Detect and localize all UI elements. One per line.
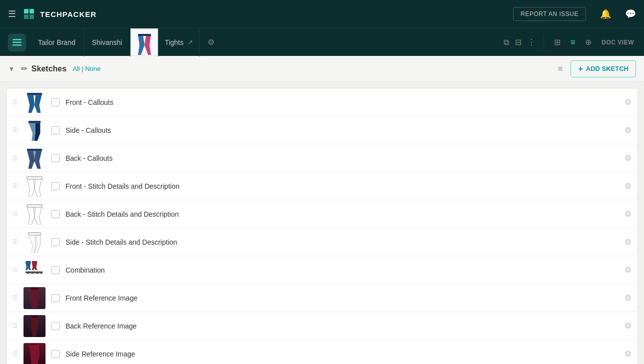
add-sketch-button[interactable]: + ADD SKETCH xyxy=(570,60,636,77)
sketch-name[interactable]: Combination xyxy=(66,266,618,274)
sketch-checkbox[interactable] xyxy=(52,238,60,246)
filter-icon[interactable]: ⊟ xyxy=(513,35,524,49)
sketch-checkbox[interactable] xyxy=(52,350,60,358)
sketch-thumbnail xyxy=(24,203,46,225)
sketch-settings-icon[interactable]: ⚙ xyxy=(624,265,632,275)
sketch-checkbox[interactable] xyxy=(52,266,60,274)
sketch-settings-icon[interactable]: ⚙ xyxy=(624,153,632,163)
sidebar-toggle[interactable] xyxy=(8,33,26,51)
sketch-settings-icon[interactable]: ⚙ xyxy=(624,237,632,247)
sketch-checkbox[interactable] xyxy=(52,322,60,330)
grid-view-button[interactable]: ⊞ xyxy=(550,34,564,50)
sketch-checkbox[interactable] xyxy=(52,98,60,106)
list-view-button[interactable]: ≡ xyxy=(566,35,579,50)
sketch-settings-icon[interactable]: ⚙ xyxy=(624,97,632,107)
sketch-checkbox[interactable] xyxy=(52,154,60,162)
report-issue-button[interactable]: REPORT AN ISSUE xyxy=(513,7,586,21)
sketch-filter-icon[interactable]: ≡ xyxy=(558,64,562,73)
sketch-name[interactable]: Back - Callouts xyxy=(66,154,618,162)
drag-handle-icon[interactable]: ⠿ xyxy=(12,294,18,302)
sketch-thumbnail xyxy=(24,287,46,309)
sketches-header: ▼ ✏ Sketches All | None ≡ + ADD SKETCH xyxy=(0,56,644,82)
sketch-settings-icon[interactable]: ⚙ xyxy=(624,209,632,219)
view-controls: ⧉ ⊟ ⋮ ⊞ ≡ ⊕ DOC VIEW xyxy=(502,34,644,50)
sketch-settings-icon[interactable]: ⚙ xyxy=(624,349,632,359)
svg-rect-18 xyxy=(26,261,31,263)
sketch-name[interactable]: Front - Stitch Details and Description xyxy=(66,182,618,190)
add-sketch-plus: + xyxy=(578,64,582,73)
svg-rect-22 xyxy=(31,273,34,274)
sketch-list: ⠿ Front - Callouts ⚙ ⠿ Side - Callouts ⚙… xyxy=(6,88,638,364)
table-row: ⠿ Back Reference Image ⚙ xyxy=(6,312,638,340)
drag-handle-icon[interactable]: ⠿ xyxy=(12,322,18,330)
drag-handle-icon[interactable]: ⠿ xyxy=(12,350,18,358)
sketch-name[interactable]: Back - Stitch Details and Description xyxy=(66,210,618,218)
notification-icon[interactable]: 🔔 xyxy=(600,8,611,19)
table-row: ⠿ Back - Stitch Details and Description … xyxy=(6,200,638,228)
svg-rect-5 xyxy=(12,39,22,40)
copy-icon[interactable]: ⧉ xyxy=(502,36,511,49)
sketch-name[interactable]: Front Reference Image xyxy=(66,294,618,302)
sketch-settings-icon[interactable]: ⚙ xyxy=(624,321,632,331)
drag-handle-icon[interactable]: ⠿ xyxy=(12,154,18,162)
product-name[interactable]: Tights xyxy=(164,38,184,46)
sketch-name[interactable]: Side - Stitch Details and Description xyxy=(66,238,618,246)
svg-rect-14 xyxy=(27,176,42,179)
logo-icon xyxy=(22,7,36,21)
hamburger-icon[interactable]: ☰ xyxy=(8,8,16,19)
table-row: ⠿ Side Reference Image ⚙ xyxy=(6,340,638,364)
sketch-settings-icon[interactable]: ⚙ xyxy=(624,125,632,135)
app-name: TECHPACKER xyxy=(40,10,96,18)
sketch-name[interactable]: Side - Callouts xyxy=(66,126,618,134)
drag-handle-icon[interactable]: ⠿ xyxy=(12,266,18,274)
top-nav: ☰ TECHPACKER REPORT AN ISSUE 🔔 💬 xyxy=(0,0,644,28)
layers-icon[interactable]: ⊕ xyxy=(581,34,596,50)
thumbnail-image xyxy=(132,30,157,55)
drag-handle-icon[interactable]: ⠿ xyxy=(12,126,18,134)
drag-handle-icon[interactable]: ⠿ xyxy=(12,210,18,218)
sketch-checkbox[interactable] xyxy=(52,126,60,134)
sketch-settings-icon[interactable]: ⚙ xyxy=(624,293,632,303)
external-link-icon[interactable]: ↗ xyxy=(188,38,193,46)
sketch-thumbnail xyxy=(24,119,46,141)
svg-rect-4 xyxy=(30,14,34,19)
sketch-name[interactable]: Back Reference Image xyxy=(66,322,618,330)
more-icon[interactable]: ⋮ xyxy=(526,35,538,49)
sketch-settings-icon[interactable]: ⚙ xyxy=(624,181,632,191)
svg-rect-19 xyxy=(32,261,38,263)
svg-rect-24 xyxy=(40,273,42,274)
collapse-arrow-icon[interactable]: ▼ xyxy=(8,65,15,73)
sketch-name[interactable]: Front - Callouts xyxy=(66,98,618,106)
sketch-name[interactable]: Side Reference Image xyxy=(66,350,618,358)
svg-rect-23 xyxy=(36,273,39,274)
sketch-checkbox[interactable] xyxy=(52,182,60,190)
table-row: ⠿ Front - Stitch Details and Description… xyxy=(6,172,638,200)
svg-rect-12 xyxy=(27,148,42,151)
select-all-link[interactable]: All xyxy=(72,65,80,72)
sketch-checkbox[interactable] xyxy=(52,210,60,218)
svg-rect-3 xyxy=(24,14,28,19)
svg-rect-20 xyxy=(26,271,42,273)
doc-view-button[interactable]: DOC VIEW xyxy=(598,36,638,49)
drag-handle-icon[interactable]: ⠿ xyxy=(12,182,18,190)
svg-rect-11 xyxy=(28,120,41,123)
drag-handle-icon[interactable]: ⠿ xyxy=(12,98,18,106)
breadcrumb-user[interactable]: Shivanshi xyxy=(84,28,131,56)
menu-icon xyxy=(12,39,22,46)
sketch-thumbnail xyxy=(24,231,46,253)
svg-rect-2 xyxy=(30,9,34,13)
chat-icon[interactable]: 💬 xyxy=(625,8,636,19)
settings-gear-icon[interactable]: ⚙ xyxy=(206,35,216,49)
logo-container: TECHPACKER xyxy=(22,7,96,21)
breadcrumb-bar: Tailor Brand Shivanshi Tights ↗ ⚙ ⧉ ⊟ ⋮ … xyxy=(0,28,644,56)
table-row: ⠿ Front - Callouts ⚙ xyxy=(6,88,638,116)
select-none-link[interactable]: None xyxy=(85,65,100,72)
sketches-title: Sketches xyxy=(32,64,66,73)
svg-rect-15 xyxy=(27,204,42,207)
breadcrumb-brand[interactable]: Tailor Brand xyxy=(30,28,84,56)
svg-rect-9 xyxy=(138,34,151,36)
table-row: ⠿ Front Reference Image ⚙ xyxy=(6,284,638,312)
breadcrumb-thumbnail xyxy=(130,28,158,56)
drag-handle-icon[interactable]: ⠿ xyxy=(12,238,18,246)
sketch-checkbox[interactable] xyxy=(52,294,60,302)
